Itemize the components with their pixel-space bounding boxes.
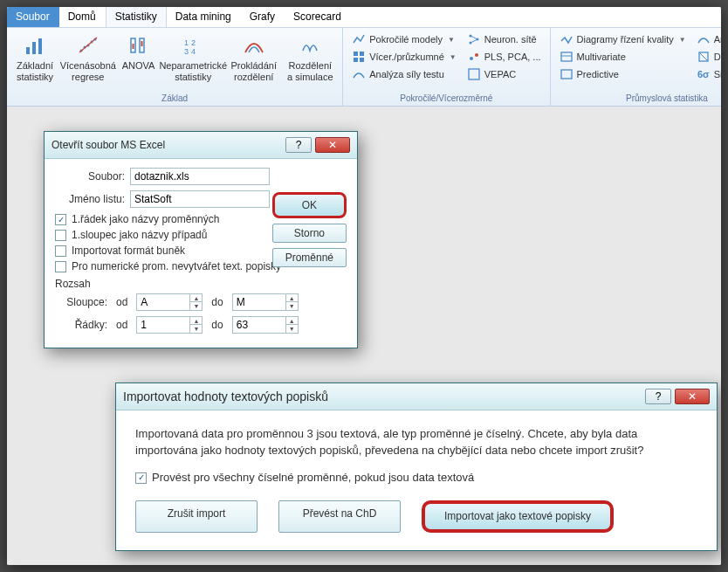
vepac-button[interactable]: VEPAC bbox=[464, 66, 545, 82]
predictive-button[interactable]: Predictive bbox=[556, 66, 690, 82]
row1-checkbox-label: 1.řádek jako názvy proměnných bbox=[72, 213, 219, 225]
svg-text:1: 1 bbox=[184, 38, 189, 47]
quality-button[interactable]: Diagramy řízení kvality ▼ bbox=[556, 31, 690, 47]
help-button[interactable]: ? bbox=[285, 137, 312, 153]
ribbon-group-industrial-label: Průmyslová statistika bbox=[554, 93, 721, 106]
col-from-spinner[interactable]: ▲▼ bbox=[136, 293, 203, 311]
tab-datamining[interactable]: Data mining bbox=[167, 7, 241, 27]
power-label: Analýza síly testu bbox=[369, 69, 444, 79]
nonparam-label: Neparametrické statistiky bbox=[159, 60, 227, 82]
spin-up-icon[interactable]: ▲ bbox=[190, 294, 202, 302]
ribbon-group-advanced: Pokročilé modely ▼ Vícer./průzkumné ▼ An… bbox=[343, 28, 550, 106]
col1-checkbox[interactable] bbox=[55, 230, 66, 241]
nonparam-icon: 1234 bbox=[179, 31, 207, 59]
process-label: Analýza proce bbox=[714, 34, 721, 45]
spin-down-icon[interactable]: ▼ bbox=[190, 302, 202, 310]
ribbon-group-basic: Základní statistiky Vícenásobná regrese … bbox=[7, 28, 343, 106]
sixsigma-button[interactable]: 6σ Six Sigma ▼ bbox=[693, 66, 721, 82]
close-button[interactable]: ✕ bbox=[315, 137, 350, 153]
ribbon: Základní statistiky Vícenásobná regrese … bbox=[7, 28, 721, 107]
ribbon-tabs: Soubor Domů Statistiky Data mining Grafy… bbox=[7, 7, 721, 28]
multi-regression-button[interactable]: Vícenásobná regrese bbox=[59, 30, 116, 84]
multi-regression-label: Vícenásobná regrese bbox=[60, 60, 116, 82]
spin-up-icon[interactable]: ▲ bbox=[286, 294, 298, 302]
adv-models-icon bbox=[352, 32, 366, 46]
multiexp-label: Vícer./průzkumné bbox=[369, 52, 444, 62]
apply-all-checkbox[interactable]: ✓ bbox=[135, 472, 147, 484]
pls-button[interactable]: PLS, PCA, ... bbox=[464, 49, 545, 65]
sim-icon bbox=[296, 31, 324, 59]
chevron-down-icon: ▼ bbox=[679, 36, 686, 44]
row-from-input[interactable] bbox=[137, 319, 189, 331]
help-button[interactable]: ? bbox=[645, 389, 671, 404]
chevron-down-icon: ▼ bbox=[450, 53, 457, 61]
col1-checkbox-label: 1.sloupec jako názvy případů bbox=[72, 229, 207, 241]
spin-up-icon[interactable]: ▲ bbox=[190, 317, 202, 325]
storno-button[interactable]: Storno bbox=[272, 224, 347, 243]
from-label: od bbox=[116, 296, 127, 308]
basic-stats-button[interactable]: Základní statistiky bbox=[10, 30, 59, 84]
format-checkbox-label: Importovat formát buněk bbox=[72, 245, 185, 257]
spin-down-icon[interactable]: ▼ bbox=[286, 302, 298, 310]
sim-label: Rozdělení a simulace bbox=[285, 60, 335, 82]
spin-down-icon[interactable]: ▼ bbox=[286, 325, 298, 333]
doe-button[interactable]: DOE bbox=[693, 49, 721, 65]
tab-statistics[interactable]: Statistiky bbox=[106, 7, 167, 27]
nonparam-button[interactable]: 1234 Neparametrické statistiky bbox=[160, 30, 226, 84]
variables-button[interactable]: Proměnné bbox=[272, 248, 347, 267]
convert-chd-button[interactable]: Převést na ChD bbox=[278, 500, 401, 533]
svg-rect-29 bbox=[561, 52, 572, 61]
ok-button[interactable]: OK bbox=[272, 192, 347, 218]
power-button[interactable]: Analýza síly testu bbox=[348, 66, 460, 82]
row1-checkbox[interactable]: ✓ bbox=[55, 214, 66, 225]
multiexp-icon bbox=[352, 50, 366, 64]
svg-line-33 bbox=[699, 52, 708, 61]
multiexp-button[interactable]: Vícer./průzkumné ▼ bbox=[348, 49, 460, 65]
cancel-import-button[interactable]: Zrušit import bbox=[135, 500, 258, 533]
process-button[interactable]: Analýza proce bbox=[693, 31, 721, 47]
tab-charts[interactable]: Grafy bbox=[241, 7, 285, 27]
close-button[interactable]: ✕ bbox=[675, 389, 710, 404]
neural-button[interactable]: Neuron. sítě bbox=[464, 31, 545, 47]
basic-stats-label: Základní statistiky bbox=[14, 60, 56, 82]
doe-label: DOE bbox=[714, 52, 721, 62]
chevron-down-icon: ▼ bbox=[448, 36, 455, 44]
predictive-label: Predictive bbox=[577, 69, 619, 79]
spin-up-icon[interactable]: ▲ bbox=[286, 317, 298, 325]
spin-down-icon[interactable]: ▼ bbox=[190, 325, 202, 333]
fit-button[interactable]: Prokládání rozdělení bbox=[226, 30, 281, 84]
dialog-titlebar: Importovat hodnoty textových popisků ? ✕ bbox=[116, 383, 717, 410]
anova-icon bbox=[124, 31, 152, 59]
row-to-spinner[interactable]: ▲▼ bbox=[232, 316, 299, 334]
format-checkbox[interactable] bbox=[55, 245, 66, 257]
fit-label: Prokládání rozdělení bbox=[230, 60, 278, 82]
process-icon bbox=[697, 32, 711, 46]
dialog-titlebar: Otevřít soubor MS Excel ? ✕ bbox=[45, 132, 357, 159]
row-from-spinner[interactable]: ▲▼ bbox=[136, 316, 203, 334]
file-input[interactable] bbox=[130, 168, 270, 185]
sim-button[interactable]: Rozdělení a simulace bbox=[281, 30, 339, 84]
tab-scorecard[interactable]: Scorecard bbox=[285, 7, 351, 27]
numeric-checkbox[interactable] bbox=[55, 261, 66, 272]
import-text-labels-button[interactable]: Importovat jako textové popisky bbox=[422, 500, 614, 533]
svg-rect-20 bbox=[360, 58, 364, 62]
tab-file[interactable]: Soubor bbox=[7, 7, 59, 27]
svg-text:3: 3 bbox=[184, 47, 189, 56]
vepac-label: VEPAC bbox=[484, 69, 516, 79]
adv-models-button[interactable]: Pokročilé modely ▼ bbox=[348, 31, 460, 47]
multivariate-button[interactable]: Multivariate bbox=[556, 49, 690, 65]
tab-home[interactable]: Domů bbox=[59, 7, 106, 27]
quality-label: Diagramy řízení kvality bbox=[577, 34, 674, 45]
dialog-message: Importovaná data pro proměnnou 3 jsou te… bbox=[135, 426, 697, 459]
col-to-input[interactable] bbox=[233, 296, 285, 308]
anova-button[interactable]: ANOVA bbox=[116, 30, 160, 73]
sheet-input[interactable] bbox=[130, 190, 270, 208]
col-to-spinner[interactable]: ▲▼ bbox=[232, 293, 299, 311]
svg-point-26 bbox=[470, 57, 473, 60]
sixsigma-label: Six Sigma bbox=[714, 69, 721, 79]
row-to-input[interactable] bbox=[233, 319, 285, 331]
svg-rect-19 bbox=[354, 58, 358, 62]
svg-rect-1 bbox=[32, 42, 36, 54]
rows-label: Řádky: bbox=[55, 319, 107, 331]
col-from-input[interactable] bbox=[137, 296, 189, 308]
